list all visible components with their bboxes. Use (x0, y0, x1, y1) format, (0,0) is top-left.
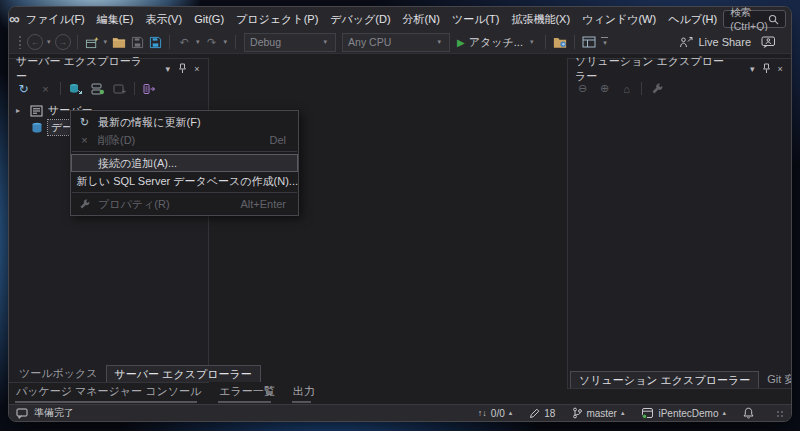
back-icon[interactable]: ⊖ (575, 81, 590, 96)
expand-caret-icon[interactable]: ▸ (16, 106, 25, 115)
tab-error-list[interactable]: エラー一覧 (218, 384, 276, 403)
panel-menu-chevron-icon[interactable]: ▾ (161, 61, 176, 76)
toolbar-separator (574, 35, 575, 49)
tab-solution-explorer[interactable]: ソリューション エクスプローラー (570, 371, 759, 388)
feedback-icon[interactable] (761, 36, 776, 49)
solution-platform-dropdown[interactable]: Any CPU ▾ (342, 33, 450, 52)
menu-view[interactable]: 表示(V) (139, 7, 188, 31)
menu-tools[interactable]: ツール(T) (446, 7, 506, 31)
navigate-back-button[interactable]: ← (27, 34, 43, 50)
desktop-background: ∞ ファイル(F) 編集(E) 表示(V) Git(G) プロジェクト(P) デ… (0, 0, 800, 431)
tab-label: 出力 (292, 384, 316, 401)
refresh-icon: ↻ (71, 116, 98, 129)
solution-explorer-toolbar: ⊖ ⊕ ⌂ (568, 78, 791, 99)
toolbar-overflow-icon[interactable]: ▾ (601, 37, 608, 47)
panel-close-icon[interactable]: × (190, 61, 205, 76)
navigate-forward-button[interactable]: → (55, 34, 71, 50)
pending-edits-button[interactable]: 18 (529, 408, 555, 419)
solution-explorer-header[interactable]: ソリューション エクスプローラー ▾ × (568, 59, 791, 78)
open-folder-icon[interactable] (110, 33, 128, 51)
connect-server-icon[interactable] (90, 81, 105, 96)
undo-caret-icon[interactable]: ▾ (193, 38, 203, 46)
solution-configuration-dropdown[interactable]: Debug ▾ (244, 33, 336, 52)
navigate-back-caret-icon[interactable]: ▾ (44, 38, 54, 46)
toolbar-separator (545, 35, 546, 49)
notifications-bell-icon[interactable] (743, 407, 754, 419)
menu-separator (72, 192, 297, 193)
menu-window[interactable]: ウィンドウ(W) (576, 7, 662, 31)
live-share-button[interactable]: Live Share (679, 36, 751, 48)
context-menu-item-refresh[interactable]: ↻ 最新の情報に更新(F) (71, 113, 298, 131)
attach-button[interactable]: ▶ アタッチ... ▾ (453, 35, 540, 50)
tab-package-manager-console[interactable]: パッケージ マネージャー コンソール (15, 384, 202, 403)
tab-toolbox[interactable]: ツールボックス (11, 365, 106, 382)
tab-git-changes[interactable]: Git 変更 (759, 371, 792, 388)
resize-grip[interactable] (775, 409, 784, 418)
repository-button[interactable]: iPentecDemo ▴ (641, 407, 726, 419)
new-project-icon[interactable] (83, 33, 101, 51)
toolbar-grip[interactable] (18, 35, 22, 49)
toolbar-separator (134, 82, 135, 95)
menu-item-label: 新しい SQL Server データベースの作成(N)... (77, 174, 298, 189)
tab-label: エラー一覧 (218, 384, 276, 401)
server-explorer-header[interactable]: サーバー エクスプローラー ▾ × (9, 59, 208, 78)
standard-toolbar: ← ▾ → ▾ ↶ ▾ ↷ ▾ Debug (9, 31, 791, 54)
panel-close-icon[interactable]: × (773, 61, 787, 76)
redo-icon[interactable]: ↷ (203, 33, 221, 51)
pending-edits-count: 18 (544, 408, 555, 419)
open-file-icon[interactable] (551, 33, 569, 51)
forward-icon[interactable]: ⊕ (597, 81, 612, 96)
start-debug-play-icon: ▶ (457, 37, 465, 48)
branch-button[interactable]: master ▴ (572, 407, 624, 419)
save-icon[interactable] (128, 33, 146, 51)
context-menu-item-add-connection[interactable]: 接続の追加(A)... (71, 154, 298, 172)
pin-icon[interactable] (759, 61, 773, 76)
context-menu-item-delete[interactable]: × 削除(D) Del (71, 131, 298, 149)
attach-label: アタッチ... (469, 35, 523, 50)
toolbar-separator (235, 35, 236, 49)
menu-item-shortcut: Del (269, 134, 298, 146)
wrench-icon (71, 199, 98, 210)
wrench-icon[interactable] (649, 81, 664, 96)
menu-git[interactable]: Git(G) (188, 7, 230, 31)
context-menu-item-properties[interactable]: プロパティ(R) Alt+Enter (71, 195, 298, 213)
save-all-icon[interactable] (146, 33, 164, 51)
pin-icon[interactable] (175, 61, 190, 76)
add-server-icon[interactable] (112, 81, 127, 96)
data-tools-icon[interactable] (142, 81, 157, 96)
search-input[interactable]: 検索 (Ctrl+Q) (723, 10, 786, 28)
server-explorer-panel: サーバー エクスプローラー ▾ × ↻ × (9, 58, 209, 383)
undo-icon[interactable]: ↶ (175, 33, 193, 51)
tab-output[interactable]: 出力 (292, 384, 316, 403)
menu-project[interactable]: プロジェクト(P) (230, 7, 324, 31)
context-menu-item-create-sql-database[interactable]: 新しい SQL Server データベースの作成(N)... (71, 172, 298, 190)
title-bar: ∞ ファイル(F) 編集(E) 表示(V) Git(G) プロジェクト(P) デ… (9, 7, 791, 31)
tab-label: パッケージ マネージャー コンソール (15, 384, 202, 401)
connect-database-icon[interactable] (68, 81, 83, 96)
toolbar-separator (60, 82, 61, 95)
menu-analyze[interactable]: 分析(N) (397, 7, 446, 31)
message-bubble-icon (16, 408, 28, 419)
solution-explorer-content (568, 99, 791, 371)
menu-item-shortcut: Alt+Enter (240, 198, 298, 210)
refresh-icon[interactable]: ↻ (16, 81, 31, 96)
tab-server-explorer[interactable]: サーバー エクスプローラー (106, 365, 261, 382)
window-layout-icon[interactable] (580, 33, 598, 51)
home-icon[interactable]: ⌂ (619, 81, 634, 96)
new-project-caret-icon[interactable]: ▾ (101, 38, 111, 46)
sync-status-button[interactable]: ↑↓ 0/0 ▴ (478, 408, 512, 419)
menu-help[interactable]: ヘルプ(H) (662, 7, 723, 31)
menu-file[interactable]: ファイル(F) (20, 7, 91, 31)
menu-extensions[interactable]: 拡張機能(X) (505, 7, 576, 31)
delete-x-icon: × (71, 134, 98, 146)
solution-explorer-panel: ソリューション エクスプローラー ▾ × ⊖ ⊕ ⌂ (567, 58, 791, 389)
overflow-chevron: ▾ (603, 39, 607, 47)
menu-debug[interactable]: デバッグ(D) (324, 7, 396, 31)
panel-menu-chevron-icon[interactable]: ▾ (745, 61, 759, 76)
menu-edit[interactable]: 編集(E) (91, 7, 140, 31)
redo-caret-icon[interactable]: ▾ (221, 38, 231, 46)
overflow-bar (601, 37, 608, 38)
chevron-down-icon: ▾ (321, 38, 331, 46)
stop-refresh-icon[interactable]: × (38, 81, 53, 96)
server-explorer-toolbar: ↻ × (9, 78, 208, 99)
